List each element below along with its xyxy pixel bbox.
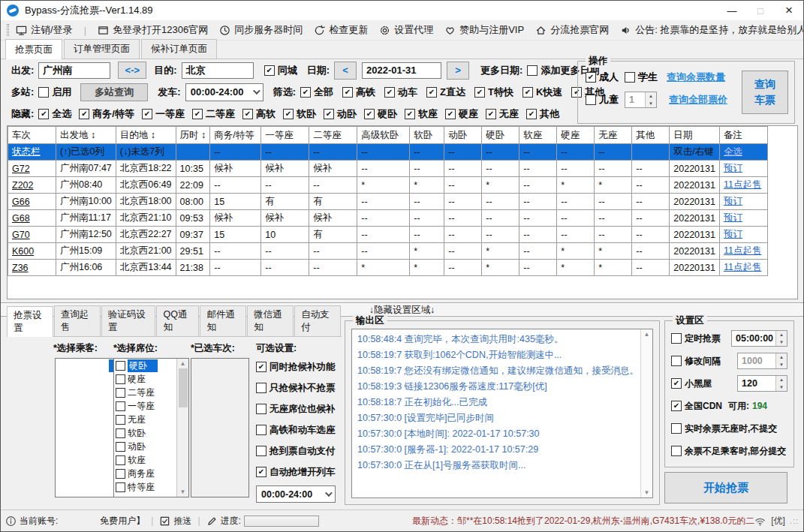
note-link[interactable]: 11点起售: [724, 262, 761, 272]
column-header[interactable]: 动卧: [444, 127, 482, 144]
table-row[interactable]: G70广州南12:50北京西22:2709:371510有-----------…: [8, 227, 776, 243]
train-link[interactable]: Z36: [12, 263, 29, 273]
main-tab[interactable]: 抢票页面: [5, 39, 62, 59]
column-header[interactable]: 出发地 ↕: [56, 127, 116, 144]
filter-checkbox-item[interactable]: Z直达: [426, 86, 465, 99]
hide-checkbox-item[interactable]: 硬座: [445, 107, 478, 121]
seat-option[interactable]: 软座: [114, 453, 176, 467]
settings-tab[interactable]: 微信通知: [247, 305, 294, 336]
checkbox[interactable]: [426, 87, 437, 98]
column-header[interactable]: 车次: [8, 127, 56, 144]
checkbox[interactable]: [364, 109, 375, 119]
settings-tab[interactable]: 验证码设置: [101, 305, 156, 336]
toolbar-item[interactable]: 检查更新: [314, 23, 368, 37]
checkbox[interactable]: [116, 401, 125, 411]
checkbox[interactable]: [384, 87, 395, 98]
seat-option[interactable]: 商务座: [114, 467, 176, 480]
checkbox[interactable]: [116, 482, 125, 492]
main-tab[interactable]: 候补订单页面: [141, 39, 217, 59]
checkbox[interactable]: [486, 109, 496, 119]
scroll-up-icon[interactable]: [644, 331, 650, 338]
hide-checkbox-item[interactable]: 高软: [242, 107, 276, 121]
column-header[interactable]: 一等座: [261, 127, 309, 144]
grab-time-range-select[interactable]: 00:00-24:00: [256, 485, 336, 503]
checkbox[interactable]: [474, 87, 485, 98]
seat-option[interactable]: 一等座: [114, 399, 176, 413]
scroll-up-icon[interactable]: [180, 360, 186, 367]
interval-spinner[interactable]: 1000: [737, 353, 787, 369]
table-row[interactable]: G72广州南07:47北京西18:2210:35候补候补候补----------…: [8, 161, 776, 177]
checkbox[interactable]: [116, 374, 125, 384]
option-checkbox-item[interactable]: 无座席位也候补: [256, 398, 342, 419]
column-header[interactable]: 商务/特等: [210, 127, 261, 144]
multi-enable-checkbox-item[interactable]: 启用: [38, 86, 71, 99]
train-link[interactable]: G72: [12, 164, 30, 174]
option-checkbox-item[interactable]: 高铁和动车选座: [256, 419, 342, 440]
hide-checkbox-item[interactable]: 无座: [486, 107, 519, 121]
table-row[interactable]: K600广州15:09北京西21:0029:51--------*--*--**…: [8, 243, 776, 260]
filter-checkbox-item[interactable]: K快速: [522, 86, 562, 99]
table-row[interactable]: 状态栏(↑)已选0列(↓)未选7列--------------------双击/…: [8, 144, 776, 161]
child-checkbox-item[interactable]: 儿童: [586, 93, 619, 107]
checkbox[interactable]: [116, 415, 125, 425]
hide-checkbox-item[interactable]: 二等座: [192, 107, 235, 121]
minimize-button[interactable]: —: [718, 1, 746, 20]
checkbox[interactable]: [586, 95, 596, 105]
date-next-button[interactable]: >: [447, 62, 469, 80]
toolbar-item[interactable]: 同步服务器时间: [219, 23, 303, 37]
spin-up-icon[interactable]: [776, 353, 787, 361]
dest-input[interactable]: 北京: [182, 62, 254, 79]
column-header[interactable]: 硬卧: [482, 127, 519, 144]
checkbox[interactable]: [116, 469, 125, 479]
column-header[interactable]: 硬座: [557, 127, 595, 144]
column-header[interactable]: 其他: [632, 127, 670, 144]
checkbox[interactable]: [671, 401, 682, 411]
settings-tab[interactable]: 抢票设置: [7, 306, 53, 337]
column-header[interactable]: 软座: [519, 127, 557, 144]
note-link[interactable]: 11点起售: [724, 245, 761, 256]
selected-trains-listbox[interactable]: [191, 358, 249, 497]
column-header[interactable]: 软卧: [410, 127, 444, 144]
push-label[interactable]: 推送: [173, 515, 191, 527]
column-header[interactable]: 备注: [719, 127, 767, 144]
toolbar-item[interactable]: 分流抢票官网: [535, 23, 609, 37]
checkbox[interactable]: [256, 425, 266, 435]
partial-submit-row[interactable]: 余票不足乘客时,部分提交: [665, 440, 793, 462]
note-link[interactable]: 预订: [724, 196, 742, 206]
scroll-down-icon[interactable]: [180, 488, 186, 495]
train-link[interactable]: Z202: [12, 180, 34, 191]
column-header[interactable]: 日期: [670, 127, 720, 144]
checkbox[interactable]: [405, 109, 415, 119]
toolbar-item[interactable]: 赞助与注册VIP: [444, 23, 524, 37]
settings-tab[interactable]: QQ通知: [156, 305, 199, 336]
column-header[interactable]: 历时 ↕: [176, 127, 210, 144]
main-tab[interactable]: 订单管理页面: [64, 39, 140, 59]
checkbox[interactable]: [522, 87, 533, 98]
checkbox[interactable]: [116, 455, 125, 465]
table-row[interactable]: G66广州南10:00北京西18:0008:0015有有------------…: [8, 194, 776, 210]
spin-up-icon[interactable]: [776, 376, 787, 383]
column-header[interactable]: 高级软卧: [357, 127, 410, 144]
option-checkbox-item[interactable]: 只抢候补不抢票: [256, 377, 342, 398]
checkbox[interactable]: [342, 87, 353, 98]
query-price-link[interactable]: 查询全部票价: [669, 93, 727, 107]
date-input[interactable]: 2022-01-31: [362, 62, 441, 79]
maximize-button[interactable]: □: [746, 1, 775, 20]
train-link[interactable]: G68: [12, 213, 30, 224]
checkbox[interactable]: [526, 109, 537, 119]
hide-checkbox-item[interactable]: 商务/特等: [79, 107, 134, 121]
output-scrollbar[interactable]: [640, 329, 652, 497]
checkbox[interactable]: [79, 109, 89, 119]
toolbar-item[interactable]: 设置代理: [379, 23, 433, 37]
checkbox[interactable]: [116, 428, 125, 438]
depart-input[interactable]: 广州南: [38, 62, 110, 79]
spin-down-icon[interactable]: [646, 100, 656, 107]
spin-down-icon[interactable]: [776, 383, 787, 391]
checkbox[interactable]: [671, 356, 682, 366]
option-checkbox-item[interactable]: 抢到票自动支付: [256, 440, 342, 461]
checkbox[interactable]: [671, 378, 682, 389]
checkbox[interactable]: [264, 65, 275, 76]
toolbar-item[interactable]: 注销/登录: [16, 23, 73, 37]
checkbox[interactable]: [256, 446, 266, 456]
train-link[interactable]: G70: [12, 230, 30, 240]
